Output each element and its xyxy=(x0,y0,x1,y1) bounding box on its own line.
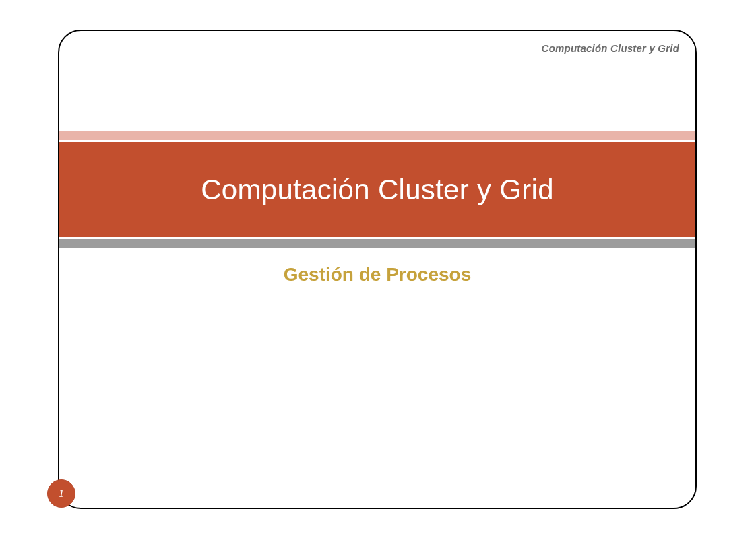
band-main: Computación Cluster y Grid xyxy=(58,142,697,237)
page-number-badge: 1 xyxy=(47,479,75,508)
header-label: Computación Cluster y Grid xyxy=(542,42,679,54)
slide-subtitle: Gestión de Procesos xyxy=(284,264,472,286)
slide-frame: Computación Cluster y Grid Computación C… xyxy=(58,30,697,509)
band-accent-top xyxy=(58,131,697,140)
title-band: Computación Cluster y Grid xyxy=(58,131,697,248)
slide-title: Computación Cluster y Grid xyxy=(201,174,554,206)
page-number: 1 xyxy=(59,488,64,500)
band-accent-bottom xyxy=(58,239,697,248)
subtitle-container: Gestión de Procesos xyxy=(59,264,695,286)
